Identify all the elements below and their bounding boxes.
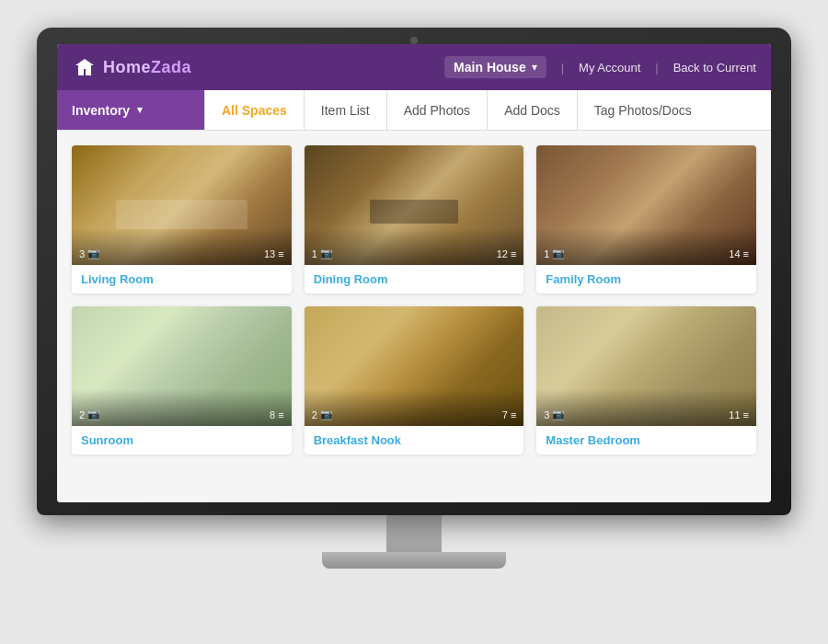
nav-tag-photos[interactable]: Tag Photos/Docs bbox=[577, 90, 708, 130]
list-icon: ≡ bbox=[278, 248, 283, 259]
room-image: 1 📷 12 ≡ bbox=[305, 145, 524, 265]
item-count-number: 7 bbox=[502, 409, 508, 420]
photo-count: 1 📷 bbox=[312, 247, 333, 259]
list-icon: ≡ bbox=[511, 409, 516, 420]
item-count-number: 14 bbox=[729, 248, 740, 259]
nav-add-photos[interactable]: Add Photos bbox=[386, 90, 487, 130]
item-count: 8 ≡ bbox=[270, 409, 284, 420]
room-label: Living Room bbox=[72, 265, 292, 293]
house-selector[interactable]: Main House ▾ bbox=[444, 56, 546, 78]
item-count: 12 ≡ bbox=[497, 248, 517, 259]
photo-count-number: 2 bbox=[79, 409, 85, 420]
room-card[interactable]: 3 📷 11 ≡ Master Bedroom bbox=[536, 306, 756, 454]
house-name: Main House bbox=[454, 60, 526, 75]
logo-area: HomeZada bbox=[72, 54, 444, 80]
list-icon: ≡ bbox=[743, 409, 749, 420]
room-card[interactable]: 3 📷 13 ≡ Living Room bbox=[72, 145, 292, 293]
nav-item-list[interactable]: Item List bbox=[304, 90, 386, 130]
photo-count: 3 📷 bbox=[544, 408, 565, 420]
nav-add-docs[interactable]: Add Docs bbox=[487, 90, 577, 130]
room-overlay: 3 📷 13 ≡ bbox=[72, 228, 292, 265]
photo-count: 2 📷 bbox=[79, 408, 100, 420]
header-divider-2: | bbox=[655, 61, 658, 75]
room-image: 2 📷 8 ≡ bbox=[72, 306, 292, 426]
room-image: 3 📷 13 ≡ bbox=[72, 145, 292, 265]
room-overlay: 1 📷 12 ≡ bbox=[305, 228, 524, 265]
item-count: 11 ≡ bbox=[729, 409, 749, 420]
monitor-wrapper: HomeZada Main House ▾ | My Account | Bac… bbox=[37, 28, 791, 616]
inventory-label: Inventory bbox=[72, 103, 130, 118]
photo-count-number: 1 bbox=[312, 248, 317, 259]
item-count-number: 13 bbox=[264, 248, 275, 259]
room-overlay: 3 📷 11 ≡ bbox=[536, 389, 756, 426]
room-overlay: 2 📷 7 ≡ bbox=[305, 389, 524, 426]
room-image: 3 📷 11 ≡ bbox=[536, 306, 756, 426]
room-card[interactable]: 2 📷 7 ≡ Breakfast Nook bbox=[305, 306, 524, 454]
list-icon: ≡ bbox=[743, 248, 749, 259]
room-card[interactable]: 1 📷 12 ≡ Dining Room bbox=[305, 145, 524, 293]
camera-icon: 📷 bbox=[552, 408, 565, 420]
list-icon: ≡ bbox=[511, 248, 516, 259]
monitor-base bbox=[322, 552, 506, 569]
homezada-logo-icon bbox=[72, 54, 98, 80]
item-count: 13 ≡ bbox=[264, 248, 284, 259]
header-right: Main House ▾ | My Account | Back to Curr… bbox=[444, 56, 756, 78]
account-link[interactable]: My Account bbox=[579, 61, 640, 75]
main-content: 3 📷 13 ≡ Living Room 1 📷 12 ≡ bbox=[57, 131, 771, 502]
camera-icon: 📷 bbox=[552, 247, 565, 259]
room-label: Breakfast Nook bbox=[305, 426, 524, 454]
room-card[interactable]: 1 📷 14 ≡ Family Room bbox=[536, 145, 756, 293]
photo-count-number: 1 bbox=[544, 248, 549, 259]
header: HomeZada Main House ▾ | My Account | Bac… bbox=[57, 44, 771, 90]
photo-count-number: 3 bbox=[544, 409, 549, 420]
camera-icon: 📷 bbox=[87, 247, 100, 259]
monitor-neck bbox=[386, 515, 442, 552]
room-card[interactable]: 2 📷 8 ≡ Sunroom bbox=[72, 306, 292, 454]
nav-all-spaces[interactable]: All Spaces bbox=[204, 90, 304, 130]
nav-inventory[interactable]: Inventory ▾ bbox=[57, 90, 204, 130]
header-divider-1: | bbox=[561, 61, 564, 75]
room-image: 1 📷 14 ≡ bbox=[536, 145, 756, 265]
item-count-number: 11 bbox=[729, 409, 740, 420]
photo-count: 2 📷 bbox=[312, 408, 333, 420]
navbar: Inventory ▾ All Spaces Item List Add Pho… bbox=[57, 90, 771, 131]
screen: HomeZada Main House ▾ | My Account | Bac… bbox=[57, 44, 771, 502]
item-count: 14 ≡ bbox=[729, 248, 749, 259]
monitor-bezel: HomeZada Main House ▾ | My Account | Bac… bbox=[37, 28, 791, 515]
room-label: Dining Room bbox=[305, 265, 524, 293]
rooms-grid: 3 📷 13 ≡ Living Room 1 📷 12 ≡ bbox=[72, 145, 756, 454]
item-count-number: 12 bbox=[497, 248, 508, 259]
photo-count-number: 2 bbox=[312, 409, 317, 420]
house-dropdown-icon: ▾ bbox=[532, 61, 537, 74]
camera-icon: 📷 bbox=[320, 247, 333, 259]
back-to-current-link[interactable]: Back to Current bbox=[673, 61, 756, 75]
room-label: Master Bedroom bbox=[536, 426, 756, 454]
photo-count: 3 📷 bbox=[79, 247, 100, 259]
room-label: Sunroom bbox=[72, 426, 292, 454]
inventory-dropdown-icon: ▾ bbox=[137, 104, 143, 116]
list-icon: ≡ bbox=[278, 409, 283, 420]
photo-count-number: 3 bbox=[79, 248, 85, 259]
room-label: Family Room bbox=[536, 265, 756, 293]
camera-icon: 📷 bbox=[87, 408, 100, 420]
photo-count: 1 📷 bbox=[544, 247, 565, 259]
item-count: 7 ≡ bbox=[502, 409, 517, 420]
logo-text: HomeZada bbox=[103, 58, 191, 77]
room-image: 2 📷 7 ≡ bbox=[305, 306, 524, 426]
room-overlay: 2 📷 8 ≡ bbox=[72, 389, 292, 426]
room-overlay: 1 📷 14 ≡ bbox=[536, 228, 756, 265]
camera-icon: 📷 bbox=[320, 408, 333, 420]
item-count-number: 8 bbox=[270, 409, 275, 420]
